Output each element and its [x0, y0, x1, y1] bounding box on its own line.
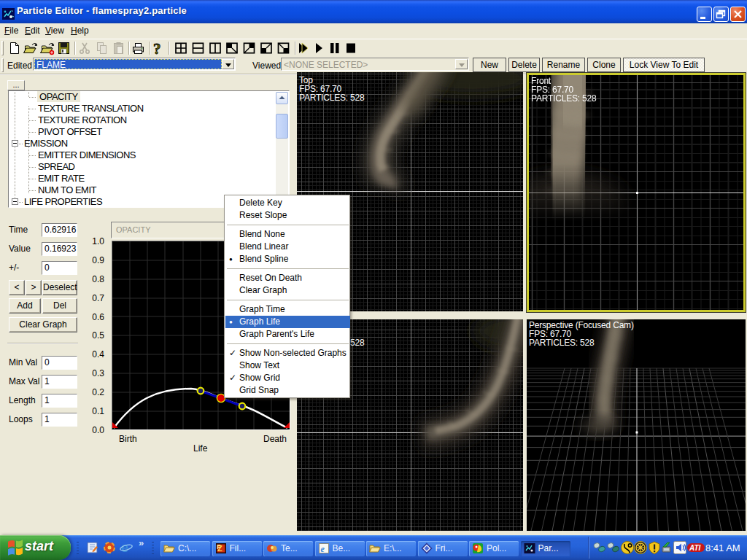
svg-text:?: ?	[153, 40, 161, 58]
svg-text:ATI: ATI	[689, 544, 701, 552]
svg-text:e: e	[121, 540, 128, 555]
svg-text:»: »	[139, 537, 144, 548]
svg-text:F: F	[217, 543, 221, 551]
svg-text:e: e	[320, 544, 325, 554]
